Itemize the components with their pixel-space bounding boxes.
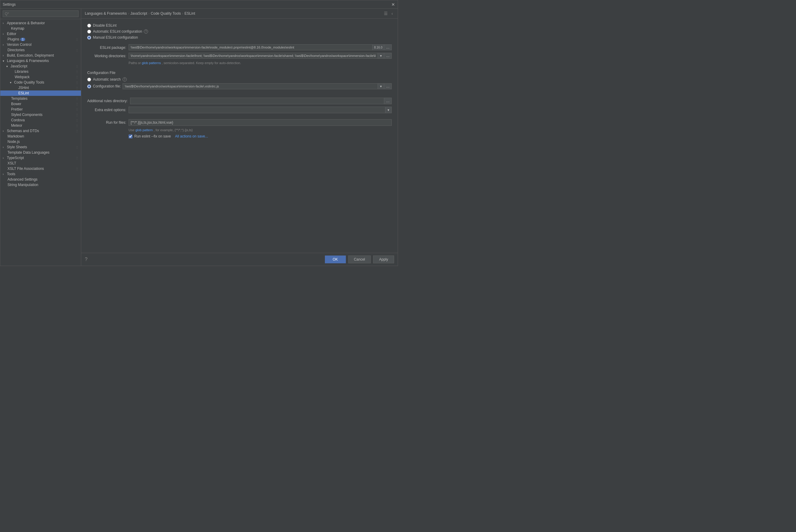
close-button[interactable]: ✕: [391, 2, 395, 6]
sidebar-item-label: Tools: [7, 172, 15, 176]
breadcrumb-menu-icon[interactable]: ☰: [384, 11, 388, 16]
config-file-radio-label[interactable]: Configuration file:: [93, 84, 121, 88]
run-fix-label[interactable]: Run eslint --fix on save: [134, 134, 171, 138]
additional-rules-input-group: …: [130, 98, 392, 104]
sidebar-item-meteor[interactable]: Meteor⋮: [0, 123, 81, 128]
gear-icon: ⋮: [75, 119, 78, 122]
gear-icon: ⋮: [75, 75, 78, 79]
package-browse-button[interactable]: …: [384, 44, 392, 50]
sidebar-item-webpack[interactable]: Webpack⋮: [0, 74, 81, 80]
sidebar-item-directories[interactable]: Directories⋮: [0, 47, 81, 53]
sidebar-item-templates[interactable]: Templates⋮: [0, 96, 81, 101]
auto-search-label[interactable]: Automatic search: [93, 77, 121, 81]
sidebar-item-plugins[interactable]: Plugins1⋮: [0, 37, 81, 42]
nav-back-arrow[interactable]: ‹: [390, 11, 394, 17]
glob-patterns-link[interactable]: glob patterns: [142, 61, 161, 65]
gear-icon: ⋮: [75, 108, 78, 111]
paths-hint-text1: Paths or: [129, 61, 141, 65]
search-input[interactable]: [3, 11, 78, 17]
auto-label[interactable]: Automatic ESLint configuration: [93, 30, 142, 34]
extra-options-input[interactable]: [129, 107, 385, 113]
cancel-button[interactable]: Cancel: [348, 255, 371, 263]
sidebar-item-typescript[interactable]: ›TypeScript⋮: [0, 155, 81, 160]
auto-radio-row: Automatic ESLint configuration ?: [87, 30, 392, 34]
gear-icon: ⋮: [75, 97, 78, 100]
gear-icon: ⋮: [75, 70, 78, 73]
sidebar-item-template-data[interactable]: Template Data Languages: [0, 150, 81, 155]
manual-label[interactable]: Manual ESLint configuration: [93, 35, 138, 40]
sidebar-item-code-quality[interactable]: ▾Code Quality Tools⋮: [0, 80, 81, 85]
sidebar-item-styled-components[interactable]: Styled Components⋮: [0, 112, 81, 117]
glob-pattern-link[interactable]: glob pattern: [135, 128, 153, 132]
sidebar-item-libraries[interactable]: Libraries⋮: [0, 69, 81, 74]
sidebar-item-schemas-dtds[interactable]: ›Schemas and DTDs⋮: [0, 128, 81, 134]
manual-radio-row: Manual ESLint configuration: [87, 35, 392, 40]
additional-rules-input[interactable]: [130, 98, 384, 104]
working-dirs-dropdown[interactable]: ▼: [378, 53, 384, 59]
sidebar-item-advanced[interactable]: Advanced Settings: [0, 177, 81, 182]
auto-search-radio[interactable]: [87, 78, 91, 81]
sidebar-item-markdown[interactable]: Markdown: [0, 134, 81, 139]
config-file-input[interactable]: [123, 83, 378, 89]
sidebar-item-build[interactable]: ›Build, Execution, Deployment: [0, 53, 81, 58]
sidebar-item-label: Build, Execution, Deployment: [7, 53, 54, 58]
auto-help-icon[interactable]: ?: [144, 30, 148, 34]
sidebar-item-languages[interactable]: ▾Languages & Frameworks: [0, 58, 81, 63]
auto-search-help-icon[interactable]: ?: [123, 77, 127, 81]
all-actions-link[interactable]: All actions on save...: [175, 134, 208, 138]
config-file-radio[interactable]: [87, 84, 91, 88]
working-dirs-browse[interactable]: …: [384, 53, 392, 59]
sidebar-item-label: Style Sheets: [7, 145, 27, 149]
run-for-input[interactable]: [129, 119, 392, 126]
sidebar-item-string-manip[interactable]: String Manipulation: [0, 182, 81, 188]
disable-label[interactable]: Disable ESLint: [93, 23, 116, 27]
run-fix-checkbox[interactable]: [129, 134, 132, 138]
sidebar-item-prettier[interactable]: Prettier⋮: [0, 107, 81, 112]
sidebar-item-style-sheets[interactable]: ›Style Sheets⋮: [0, 145, 81, 150]
manual-radio[interactable]: [87, 36, 91, 40]
extra-options-dropdown[interactable]: ▼: [385, 107, 392, 113]
package-input[interactable]: [129, 44, 372, 50]
gear-icon: ⋮: [75, 86, 78, 90]
sidebar-item-cordova[interactable]: Cordova⋮: [0, 117, 81, 123]
sidebar-item-editor[interactable]: ›Editor: [0, 31, 81, 37]
auto-radio[interactable]: [87, 30, 91, 34]
config-file-dropdown[interactable]: ▼: [378, 83, 384, 89]
sidebar-item-bower[interactable]: Bower⋮: [0, 101, 81, 107]
sidebar-item-xslt-file-assoc[interactable]: XSLT File Associations⋮: [0, 166, 81, 171]
working-dirs-label: Working directories:: [87, 53, 126, 58]
sidebar-item-version-control[interactable]: ›Version Control: [0, 42, 81, 47]
arrow-icon: ▾: [3, 59, 6, 63]
arrow-icon: ›: [3, 173, 6, 176]
config-file-browse[interactable]: …: [384, 83, 392, 89]
badge: 1: [20, 38, 25, 41]
gear-icon: ⋮: [75, 38, 78, 41]
breadcrumb-languages[interactable]: Languages & Frameworks: [85, 12, 127, 16]
help-icon[interactable]: ?: [85, 257, 88, 262]
sidebar-item-keymap[interactable]: Keymap: [0, 26, 81, 31]
arrow-icon: ›: [3, 54, 6, 57]
disable-radio[interactable]: [87, 24, 91, 27]
sidebar-item-jshint[interactable]: JSHint⋮: [0, 85, 81, 91]
apply-button[interactable]: Apply: [373, 255, 394, 263]
sidebar-item-javascript[interactable]: ▾JavaScript⋮: [0, 63, 81, 69]
sidebar-item-tools[interactable]: ›Tools: [0, 171, 81, 177]
breadcrumb-bar: Languages & Frameworks › JavaScript › Co…: [81, 9, 398, 19]
working-dirs-input[interactable]: [129, 53, 378, 59]
ok-button[interactable]: OK: [325, 255, 346, 263]
breadcrumb-javascript[interactable]: JavaScript: [130, 12, 147, 16]
breadcrumb-sep-1: ›: [128, 12, 129, 16]
sidebar-item-appearance[interactable]: ›Appearance & Behavior: [0, 20, 81, 26]
additional-rules-browse[interactable]: …: [384, 98, 392, 104]
package-field: 8.16.0 …: [129, 44, 392, 50]
sidebar-item-label: Directories: [7, 48, 24, 52]
breadcrumb-eslint: ESLint: [185, 12, 195, 16]
package-version-badge[interactable]: 8.16.0: [372, 44, 384, 50]
sidebar-item-eslint[interactable]: ESLint⋮: [0, 91, 81, 96]
paths-hint-text2: , semicolon-separated. Keep empty for au…: [162, 61, 241, 65]
breadcrumb-code-quality[interactable]: Code Quality Tools: [151, 12, 181, 16]
breadcrumb-sep-3: ›: [182, 12, 183, 16]
sidebar-item-xslt[interactable]: XSLT: [0, 160, 81, 166]
sidebar-item-nodejs[interactable]: Node.js: [0, 139, 81, 145]
working-dirs-input-group: ▼ …: [129, 53, 392, 59]
